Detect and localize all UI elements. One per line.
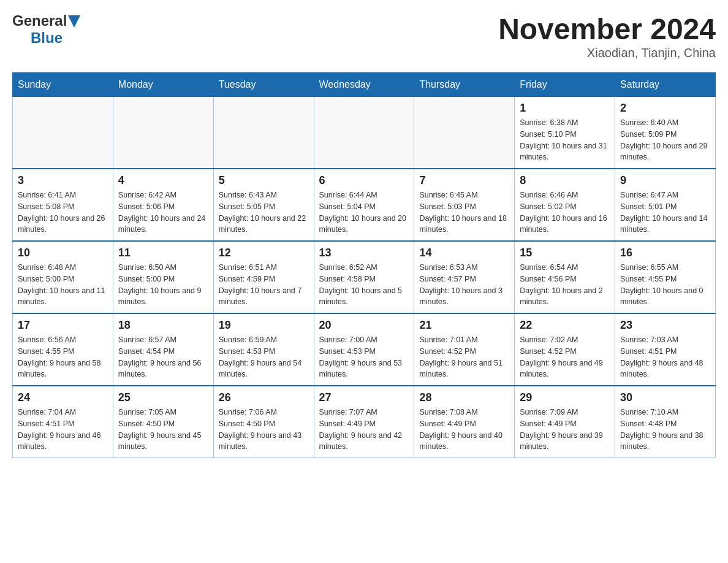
cell-info: Sunrise: 7:06 AM Sunset: 4:50 PM Dayligh… bbox=[219, 407, 309, 453]
cell-info: Sunrise: 6:46 AM Sunset: 5:02 PM Dayligh… bbox=[520, 190, 610, 236]
day-number: 29 bbox=[520, 391, 610, 404]
cell-info: Sunrise: 7:05 AM Sunset: 4:50 PM Dayligh… bbox=[118, 407, 208, 453]
day-number: 28 bbox=[419, 391, 509, 404]
day-number: 17 bbox=[18, 319, 108, 332]
col-thursday: Thursday bbox=[414, 73, 515, 97]
day-number: 23 bbox=[620, 319, 710, 332]
logo-blue-text: Blue bbox=[31, 29, 63, 47]
calendar-cell: 2Sunrise: 6:40 AM Sunset: 5:09 PM Daylig… bbox=[615, 97, 716, 169]
calendar-cell: 13Sunrise: 6:52 AM Sunset: 4:58 PM Dayli… bbox=[314, 241, 414, 313]
cell-info: Sunrise: 6:42 AM Sunset: 5:06 PM Dayligh… bbox=[118, 190, 208, 236]
page-location: Xiaodian, Tianjin, China bbox=[498, 46, 716, 60]
cell-info: Sunrise: 7:04 AM Sunset: 4:51 PM Dayligh… bbox=[18, 407, 108, 453]
calendar-cell: 14Sunrise: 6:53 AM Sunset: 4:57 PM Dayli… bbox=[414, 241, 515, 313]
cell-info: Sunrise: 6:53 AM Sunset: 4:57 PM Dayligh… bbox=[419, 262, 509, 308]
cell-info: Sunrise: 6:43 AM Sunset: 5:05 PM Dayligh… bbox=[219, 190, 309, 236]
col-tuesday: Tuesday bbox=[213, 73, 314, 97]
cell-info: Sunrise: 6:52 AM Sunset: 4:58 PM Dayligh… bbox=[319, 262, 409, 308]
day-number: 27 bbox=[319, 391, 409, 404]
calendar-cell: 16Sunrise: 6:55 AM Sunset: 4:55 PM Dayli… bbox=[615, 241, 716, 313]
title-section: November 2024 Xiaodian, Tianjin, China bbox=[498, 12, 716, 60]
cell-content: 23Sunrise: 7:03 AM Sunset: 4:51 PM Dayli… bbox=[620, 319, 710, 380]
calendar-cell: 3Sunrise: 6:41 AM Sunset: 5:08 PM Daylig… bbox=[13, 169, 113, 241]
calendar-cell bbox=[113, 97, 213, 169]
cell-content: 17Sunrise: 6:56 AM Sunset: 4:55 PM Dayli… bbox=[18, 319, 108, 380]
day-number: 11 bbox=[118, 247, 208, 259]
cell-content: 18Sunrise: 6:57 AM Sunset: 4:54 PM Dayli… bbox=[118, 319, 208, 380]
day-number: 25 bbox=[118, 391, 208, 404]
cell-content: 27Sunrise: 7:07 AM Sunset: 4:49 PM Dayli… bbox=[319, 391, 409, 453]
calendar-cell: 8Sunrise: 6:46 AM Sunset: 5:02 PM Daylig… bbox=[515, 169, 615, 241]
calendar-cell: 22Sunrise: 7:02 AM Sunset: 4:52 PM Dayli… bbox=[515, 313, 615, 386]
page-header: General Blue November 2024 Xiaodian, Tia… bbox=[12, 12, 716, 60]
cell-content: 22Sunrise: 7:02 AM Sunset: 4:52 PM Dayli… bbox=[520, 319, 610, 380]
day-number: 22 bbox=[520, 319, 610, 332]
cell-content: 9Sunrise: 6:47 AM Sunset: 5:01 PM Daylig… bbox=[620, 174, 710, 236]
cell-info: Sunrise: 6:55 AM Sunset: 4:55 PM Dayligh… bbox=[620, 262, 710, 308]
cell-info: Sunrise: 6:41 AM Sunset: 5:08 PM Dayligh… bbox=[18, 190, 108, 236]
day-number: 6 bbox=[319, 174, 409, 187]
day-number: 12 bbox=[219, 247, 309, 259]
calendar-cell bbox=[414, 97, 515, 169]
calendar-cell: 19Sunrise: 6:59 AM Sunset: 4:53 PM Dayli… bbox=[213, 313, 314, 386]
cell-content: 2Sunrise: 6:40 AM Sunset: 5:09 PM Daylig… bbox=[620, 102, 710, 163]
cell-content: 12Sunrise: 6:51 AM Sunset: 4:59 PM Dayli… bbox=[219, 247, 309, 308]
calendar-cell bbox=[314, 97, 414, 169]
calendar-cell: 23Sunrise: 7:03 AM Sunset: 4:51 PM Dayli… bbox=[615, 313, 716, 386]
cell-content: 15Sunrise: 6:54 AM Sunset: 4:56 PM Dayli… bbox=[520, 247, 610, 308]
calendar-cell: 24Sunrise: 7:04 AM Sunset: 4:51 PM Dayli… bbox=[13, 386, 113, 458]
day-number: 15 bbox=[520, 247, 610, 259]
cell-content: 21Sunrise: 7:01 AM Sunset: 4:52 PM Dayli… bbox=[419, 319, 509, 380]
calendar-week-row: 24Sunrise: 7:04 AM Sunset: 4:51 PM Dayli… bbox=[13, 386, 716, 458]
day-number: 7 bbox=[419, 174, 509, 187]
cell-content: 28Sunrise: 7:08 AM Sunset: 4:49 PM Dayli… bbox=[419, 391, 509, 453]
calendar-cell: 25Sunrise: 7:05 AM Sunset: 4:50 PM Dayli… bbox=[113, 386, 213, 458]
cell-content: 3Sunrise: 6:41 AM Sunset: 5:08 PM Daylig… bbox=[18, 174, 108, 236]
page-title: November 2024 bbox=[498, 12, 716, 46]
cell-info: Sunrise: 6:40 AM Sunset: 5:09 PM Dayligh… bbox=[620, 117, 710, 163]
cell-content: 11Sunrise: 6:50 AM Sunset: 5:00 PM Dayli… bbox=[118, 247, 208, 308]
day-number: 13 bbox=[319, 247, 409, 259]
day-number: 14 bbox=[419, 247, 509, 259]
calendar-cell: 17Sunrise: 6:56 AM Sunset: 4:55 PM Dayli… bbox=[13, 313, 113, 386]
calendar-cell: 6Sunrise: 6:44 AM Sunset: 5:04 PM Daylig… bbox=[314, 169, 414, 241]
cell-info: Sunrise: 7:07 AM Sunset: 4:49 PM Dayligh… bbox=[319, 407, 409, 453]
cell-info: Sunrise: 6:59 AM Sunset: 4:53 PM Dayligh… bbox=[219, 334, 309, 380]
calendar-cell: 20Sunrise: 7:00 AM Sunset: 4:53 PM Dayli… bbox=[314, 313, 414, 386]
cell-info: Sunrise: 7:01 AM Sunset: 4:52 PM Dayligh… bbox=[419, 334, 509, 380]
cell-info: Sunrise: 6:38 AM Sunset: 5:10 PM Dayligh… bbox=[520, 117, 610, 163]
calendar-cell: 28Sunrise: 7:08 AM Sunset: 4:49 PM Dayli… bbox=[414, 386, 515, 458]
calendar-cell: 12Sunrise: 6:51 AM Sunset: 4:59 PM Dayli… bbox=[213, 241, 314, 313]
cell-info: Sunrise: 6:56 AM Sunset: 4:55 PM Dayligh… bbox=[18, 334, 108, 380]
calendar-cell: 9Sunrise: 6:47 AM Sunset: 5:01 PM Daylig… bbox=[615, 169, 716, 241]
cell-info: Sunrise: 6:45 AM Sunset: 5:03 PM Dayligh… bbox=[419, 190, 509, 236]
calendar-cell: 18Sunrise: 6:57 AM Sunset: 4:54 PM Dayli… bbox=[113, 313, 213, 386]
day-number: 10 bbox=[18, 247, 108, 259]
calendar-week-row: 3Sunrise: 6:41 AM Sunset: 5:08 PM Daylig… bbox=[13, 169, 716, 241]
cell-content: 1Sunrise: 6:38 AM Sunset: 5:10 PM Daylig… bbox=[520, 102, 610, 163]
col-friday: Friday bbox=[515, 73, 615, 97]
day-number: 16 bbox=[620, 247, 710, 259]
cell-info: Sunrise: 7:02 AM Sunset: 4:52 PM Dayligh… bbox=[520, 334, 610, 380]
calendar-week-row: 10Sunrise: 6:48 AM Sunset: 5:00 PM Dayli… bbox=[13, 241, 716, 313]
calendar-cell: 21Sunrise: 7:01 AM Sunset: 4:52 PM Dayli… bbox=[414, 313, 515, 386]
cell-info: Sunrise: 6:50 AM Sunset: 5:00 PM Dayligh… bbox=[118, 262, 208, 308]
cell-content: 20Sunrise: 7:00 AM Sunset: 4:53 PM Dayli… bbox=[319, 319, 409, 380]
calendar-cell: 4Sunrise: 6:42 AM Sunset: 5:06 PM Daylig… bbox=[113, 169, 213, 241]
day-number: 8 bbox=[520, 174, 610, 187]
cell-content: 25Sunrise: 7:05 AM Sunset: 4:50 PM Dayli… bbox=[118, 391, 208, 453]
calendar-table: Sunday Monday Tuesday Wednesday Thursday… bbox=[12, 72, 716, 458]
logo-triangle-icon bbox=[68, 15, 80, 28]
cell-content: 29Sunrise: 7:09 AM Sunset: 4:49 PM Dayli… bbox=[520, 391, 610, 453]
logo-general-text: General bbox=[12, 12, 67, 29]
col-wednesday: Wednesday bbox=[314, 73, 414, 97]
calendar-cell: 5Sunrise: 6:43 AM Sunset: 5:05 PM Daylig… bbox=[213, 169, 314, 241]
cell-info: Sunrise: 7:08 AM Sunset: 4:49 PM Dayligh… bbox=[419, 407, 509, 453]
day-number: 1 bbox=[520, 102, 610, 115]
day-number: 18 bbox=[118, 319, 208, 332]
cell-content: 8Sunrise: 6:46 AM Sunset: 5:02 PM Daylig… bbox=[520, 174, 610, 236]
calendar-cell: 27Sunrise: 7:07 AM Sunset: 4:49 PM Dayli… bbox=[314, 386, 414, 458]
day-number: 9 bbox=[620, 174, 710, 187]
cell-content: 19Sunrise: 6:59 AM Sunset: 4:53 PM Dayli… bbox=[219, 319, 309, 380]
calendar-cell: 29Sunrise: 7:09 AM Sunset: 4:49 PM Dayli… bbox=[515, 386, 615, 458]
